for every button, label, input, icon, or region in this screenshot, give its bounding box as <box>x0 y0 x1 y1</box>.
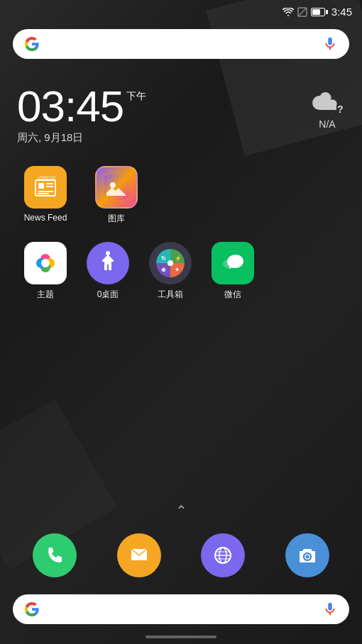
clock-time: 03:45 <box>17 84 124 128</box>
search-bar-top[interactable] <box>13 29 349 59</box>
weather-widget: ? N/A <box>309 84 345 130</box>
clock-left: 03:45 下午 周六, 9月18日 <box>17 84 146 145</box>
app-gallery[interactable]: 图库 <box>88 166 145 225</box>
desktop-icon <box>87 242 129 284</box>
clock-date: 周六, 9月18日 <box>17 131 146 145</box>
clock-ampm: 下午 <box>126 90 146 103</box>
weather-icon: ? <box>309 90 345 116</box>
wechat-icon <box>212 242 254 284</box>
svg-text:?: ? <box>337 104 344 115</box>
svg-rect-9 <box>104 174 129 200</box>
app-desktop[interactable]: 0桌面 <box>79 242 136 301</box>
svg-text:⊕: ⊕ <box>161 267 166 273</box>
weather-status: N/A <box>319 118 335 130</box>
search-bar-bottom[interactable] <box>13 594 349 624</box>
app-theme-label: 主题 <box>37 289 54 301</box>
clock-widget: 03:45 下午 周六, 9月18日 ? N/A <box>0 70 362 152</box>
app-toolbox[interactable]: ↻ ⚡ ⊕ ✦ 工具箱 <box>142 242 199 301</box>
svg-text:✦: ✦ <box>175 267 180 273</box>
app-desktop-label: 0桌面 <box>97 289 119 301</box>
chevron-up-icon: ⌃ <box>175 502 187 519</box>
app-news-feed[interactable]: News Feed <box>17 166 74 225</box>
dock-camera[interactable] <box>285 533 329 577</box>
svg-point-18 <box>168 260 173 266</box>
app-toolbox-label: 工具箱 <box>158 289 183 301</box>
svg-point-30 <box>305 555 309 559</box>
status-icons: 3:45 <box>283 6 352 18</box>
app-wechat-label: 微信 <box>224 289 241 301</box>
mic-icon-bottom[interactable] <box>322 601 338 617</box>
gallery-icon <box>95 166 138 209</box>
app-theme[interactable]: 主题 <box>17 242 74 301</box>
google-logo <box>24 36 40 52</box>
signal-icon <box>297 7 307 17</box>
toolbox-icon: ↻ ⚡ ⊕ ✦ <box>149 242 192 284</box>
app-wechat[interactable]: 微信 <box>204 242 261 301</box>
svg-point-15 <box>41 259 50 267</box>
swipe-indicator[interactable]: ⌃ <box>0 491 362 526</box>
dock-browser[interactable] <box>201 533 245 577</box>
status-time: 3:45 <box>331 6 352 18</box>
mic-icon-top[interactable] <box>322 36 338 52</box>
svg-line-1 <box>298 8 307 16</box>
svg-point-16 <box>106 251 110 255</box>
app-gallery-label: 图库 <box>108 213 125 225</box>
dock-phone[interactable] <box>33 533 77 577</box>
app-row-2: 主题 0桌面 <box>0 225 362 301</box>
svg-text:⚡: ⚡ <box>175 255 182 262</box>
google-logo-bottom <box>24 601 40 617</box>
home-indicator <box>146 635 216 638</box>
battery-icon <box>311 8 328 16</box>
svg-point-23 <box>223 260 236 269</box>
svg-text:↻: ↻ <box>161 255 166 262</box>
svg-point-10 <box>110 182 116 188</box>
svg-rect-4 <box>38 183 44 189</box>
theme-icon <box>24 242 67 284</box>
app-row-1: News Feed 图库 <box>0 152 362 225</box>
dock-message[interactable] <box>117 533 161 577</box>
status-bar: 3:45 <box>0 0 362 21</box>
dock <box>13 526 349 584</box>
wifi-icon <box>283 8 294 16</box>
news-feed-icon <box>24 166 67 209</box>
app-news-feed-label: News Feed <box>24 213 67 223</box>
